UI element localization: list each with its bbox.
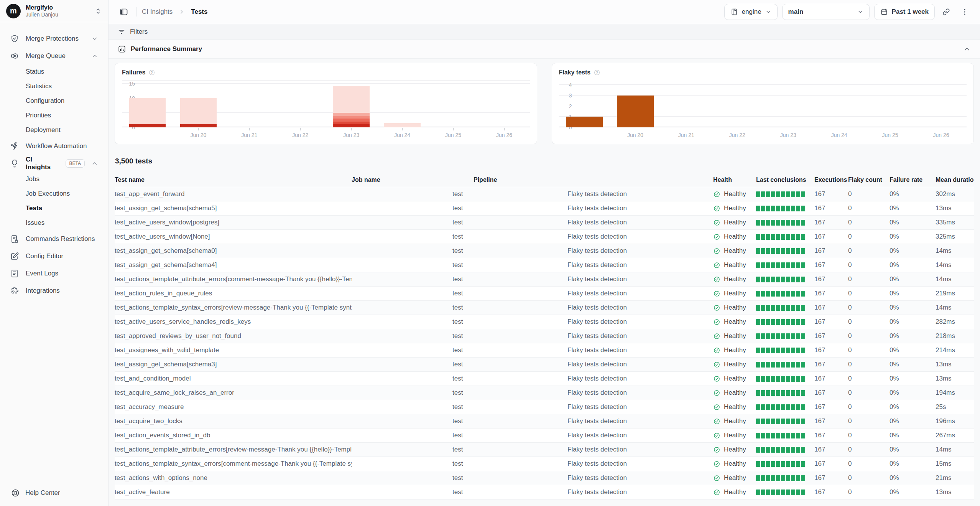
help-circle-icon[interactable]: ? xyxy=(148,69,155,76)
copy-link-button[interactable] xyxy=(939,5,953,19)
table-row[interactable]: test_active_users_service_handles_redis_… xyxy=(115,315,974,329)
test-name-cell: test_acquire_same_lock_raises_an_error xyxy=(115,389,352,397)
conclusion-square xyxy=(766,319,770,325)
sidebar-item-commands-restrictions[interactable]: Commands Restrictions xyxy=(5,230,104,247)
column-health[interactable]: Health xyxy=(713,176,756,183)
table-row[interactable]: test_active_users_window[postgres] test … xyxy=(115,216,974,230)
table-row[interactable]: test_app_event_forward test Flaky tests … xyxy=(115,187,974,201)
check-circle-icon xyxy=(713,304,720,312)
sidebar-item-merge-queue[interactable]: Merge Queue xyxy=(5,47,104,64)
table-row[interactable]: test_acquire_two_locks test Flaky tests … xyxy=(115,414,974,429)
sidebar-item-workflow-automation[interactable]: Workflow Automation xyxy=(5,137,104,155)
table-row[interactable]: test_and_condition_model test Flaky test… xyxy=(115,372,974,386)
table-row[interactable]: test_actions_template_syntax_errors[revi… xyxy=(115,301,974,315)
conclusion-square xyxy=(786,348,790,353)
sidebar-item-statistics[interactable]: Statistics xyxy=(5,79,104,94)
repo-select[interactable]: engine xyxy=(724,4,778,20)
table-row[interactable]: test_active_feature test Flaky tests det… xyxy=(115,485,974,499)
health-cell: Healthy xyxy=(713,403,756,411)
filters-button[interactable]: Filters xyxy=(109,24,980,40)
conclusion-square xyxy=(771,447,775,453)
conclusion-square xyxy=(781,305,785,311)
table-row[interactable]: test_assign_get_schema[schema4] test Fla… xyxy=(115,258,974,272)
conclusion-square xyxy=(756,390,760,396)
help-center-link[interactable]: Help Center xyxy=(0,480,108,506)
tests-count: 3,500 tests xyxy=(115,157,974,165)
executions-cell: 167 xyxy=(814,460,848,468)
table-row[interactable]: test_assign_get_schema[schema5] test Fla… xyxy=(115,201,974,216)
sidebar-item-ci-insights[interactable]: CI Insights BETA xyxy=(5,155,104,172)
conclusion-square xyxy=(791,291,795,297)
conclusion-square xyxy=(781,234,785,240)
branch-select[interactable]: main xyxy=(782,4,870,20)
sidebar-item-tests[interactable]: Tests xyxy=(5,201,104,216)
job-name-cell: test xyxy=(352,275,474,283)
table-row[interactable]: test_active_users_window[None] test Flak… xyxy=(115,230,974,244)
sidebar-item-event-logs[interactable]: Event Logs xyxy=(5,265,104,282)
mean-duration-cell: 335ms xyxy=(936,219,974,226)
table-row[interactable]: test_actions_with_options_none test Flak… xyxy=(115,471,974,485)
sidebar-item-jobs[interactable]: Jobs xyxy=(5,172,104,186)
pipeline-cell: Flaky tests detection xyxy=(474,261,713,269)
column-job-name[interactable]: Job name xyxy=(352,176,474,183)
column-test-name[interactable]: Test name xyxy=(115,176,352,183)
column-mean-duration[interactable]: Mean duration xyxy=(936,176,974,183)
job-name-cell: test xyxy=(352,318,474,326)
sidebar-item-status[interactable]: Status xyxy=(5,64,104,79)
table-row[interactable]: test_accuracy_measure test Flaky tests d… xyxy=(115,400,974,414)
chevrons-up-down-icon xyxy=(94,7,102,15)
sidebar-item-integrations[interactable]: Integrations xyxy=(5,282,104,299)
chevron-down-icon xyxy=(91,35,98,42)
pipeline-cell: Flaky tests detection xyxy=(474,233,713,241)
table-row[interactable]: test_actions_template_attribute_errors[r… xyxy=(115,443,974,457)
svg-text:?: ? xyxy=(596,71,598,74)
check-circle-icon xyxy=(713,233,720,241)
integrations-icon xyxy=(10,286,19,295)
table-row[interactable]: test_action_events_stored_in_db test Fla… xyxy=(115,429,974,443)
executions-cell: 167 xyxy=(814,361,848,368)
column-executions[interactable]: Executions xyxy=(814,176,848,183)
date-range-button[interactable]: Past 1 week xyxy=(874,4,935,20)
conclusion-square xyxy=(796,206,800,211)
table-row[interactable]: test_actions_template_attribute_errors[c… xyxy=(115,272,974,287)
test-name-cell: test_assign_get_schema[schema4] xyxy=(115,261,352,269)
sidebar-toggle-button[interactable] xyxy=(117,5,131,19)
mean-duration-cell: 302ms xyxy=(936,190,974,198)
sidebar-item-issues[interactable]: Issues xyxy=(5,216,104,230)
sidebar-item-job-executions[interactable]: Job Executions xyxy=(5,186,104,201)
mean-duration-cell: 14ms xyxy=(936,446,974,453)
table-row[interactable]: test_approved_reviews_by_user_not_found … xyxy=(115,329,974,343)
org-switcher[interactable]: m Mergifyio Julien Danjou xyxy=(0,0,108,22)
conclusion-square xyxy=(801,348,805,353)
help-circle-icon[interactable]: ? xyxy=(594,69,600,76)
check-circle-icon xyxy=(713,446,720,453)
column-pipeline[interactable]: Pipeline xyxy=(474,176,713,183)
table-row[interactable]: test_assign_get_schema[schema0] test Fla… xyxy=(115,244,974,258)
column-last-conclusions[interactable]: Last conclusions xyxy=(756,176,814,183)
conclusion-square xyxy=(766,447,770,453)
sidebar-item-merge-protections[interactable]: Merge Protections xyxy=(5,30,104,47)
table-row[interactable]: test_actions_template_syntax_errors[comm… xyxy=(115,457,974,471)
conclusion-square xyxy=(776,262,780,268)
collapse-chevron-up-icon[interactable] xyxy=(963,45,971,53)
table-row[interactable]: test_assignees_with_valid_template test … xyxy=(115,343,974,358)
conclusion-square xyxy=(781,461,785,467)
table-row[interactable]: test_assign_get_schema[schema3] test Fla… xyxy=(115,358,974,372)
table-row[interactable]: test_acquire_same_lock_raises_an_error t… xyxy=(115,386,974,400)
breadcrumb-ci-insights[interactable]: CI Insights xyxy=(142,8,173,16)
chart-bar xyxy=(333,86,370,127)
table-row[interactable]: test_action_rules_in_queue_rules test Fl… xyxy=(115,287,974,301)
sidebar-item-priorities[interactable]: Priorities xyxy=(5,108,104,123)
pipeline-cell: Flaky tests detection xyxy=(474,275,713,283)
conclusion-square xyxy=(801,305,805,311)
column-failure-rate[interactable]: Failure rate xyxy=(890,176,936,183)
conclusion-square xyxy=(791,262,795,268)
pipeline-cell: Flaky tests detection xyxy=(474,474,713,482)
column-flaky-count[interactable]: Flaky count xyxy=(848,176,890,183)
conclusion-square xyxy=(786,234,790,240)
sidebar-item-configuration[interactable]: Configuration xyxy=(5,94,104,108)
sidebar-item-config-editor[interactable]: Config Editor xyxy=(5,247,104,265)
kebab-menu-button[interactable] xyxy=(958,5,972,19)
pipeline-cell: Flaky tests detection xyxy=(474,488,713,496)
sidebar-item-deployment[interactable]: Deployment xyxy=(5,123,104,137)
